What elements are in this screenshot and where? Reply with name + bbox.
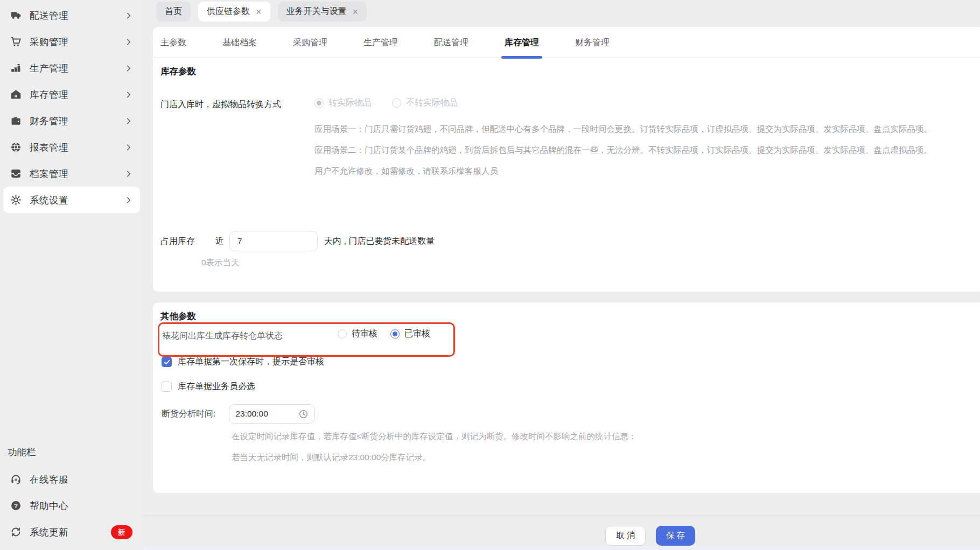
no-modify-note: 用户不允许修改，如需修改，请联系乐檬客服人员 — [314, 163, 979, 179]
param-tab-delivery[interactable]: 配送管理 — [434, 27, 468, 58]
clock-icon[interactable] — [298, 409, 309, 419]
occupy-inventory-row: 占用库存 近 天内 , 门店已要货未配送数量 — [160, 230, 435, 252]
checkbox-unchecked-icon[interactable] — [162, 382, 172, 392]
help-icon: ? — [10, 500, 22, 512]
cancel-button[interactable]: 取 消 — [605, 526, 646, 546]
radio-option-pending-review[interactable]: 待审核 — [338, 328, 377, 340]
scenario-description: 应用场景一：门店只需订货鸡翅，不问品牌，但配送中心有多个品牌，一段时间会更换。订… — [314, 121, 979, 184]
checkbox-row-first-save-prompt[interactable]: 库存单据第一次保存时，提示是否审核 — [162, 356, 324, 368]
transfer-order-status-radio-group: 待审核 已审核 — [338, 328, 430, 340]
function-bar-label: 功能栏 — [8, 446, 36, 459]
refresh-icon — [10, 526, 22, 538]
sidebar-item-archives[interactable]: 档案管理 — [3, 160, 140, 187]
sidebar-nav: 配送管理 采购管理 生产管理 库存管理 — [0, 2, 143, 213]
stockout-time-input[interactable] — [235, 409, 298, 419]
radio-selected-disabled-icon — [314, 98, 324, 108]
radio-label: 已审核 — [404, 328, 430, 340]
occupy-days-prefix: 近 — [215, 236, 224, 247]
scenario-1-text: 应用场景一：门店只需订货鸡翅，不问品牌，但配送中心有多个品牌，一段时间会更换。订… — [314, 121, 979, 137]
tab-label: 供应链参数 — [207, 6, 250, 17]
transfer-order-status-label: 裱花间出库生成库存转仓单状态 — [162, 330, 283, 342]
action-footer: 取 消 保 存 — [143, 516, 980, 546]
sidebar-item-finance[interactable]: 财务管理 — [3, 108, 140, 134]
stockout-analysis-time-row: 断货分析时间: — [162, 404, 315, 424]
occupy-days-suffix: 天内 , 门店已要货未配送数量 — [324, 236, 435, 247]
virtual-item-radio-group: 转实际物品 不转实际物品 — [314, 97, 458, 109]
radio-option-reviewed[interactable]: 已审核 — [390, 328, 430, 340]
checkbox-row-salesman-required[interactable]: 库存单据业务员必选 — [162, 381, 255, 392]
param-tab-purchase[interactable]: 采购管理 — [293, 27, 327, 58]
sidebar-item-label: 库存管理 — [30, 88, 125, 101]
param-tab-main[interactable]: 主参数 — [160, 27, 186, 58]
sidebar-item-inventory[interactable]: 库存管理 — [3, 81, 140, 108]
sidebar-item-label: 在线客服 — [30, 473, 132, 486]
stockout-helper-2: 若当天无记录时间，则默认记录23:00:00分库存记录。 — [232, 452, 431, 463]
tab-home[interactable]: 首页 — [156, 2, 191, 22]
chevron-right-icon — [125, 65, 132, 72]
archive-icon — [10, 168, 22, 180]
param-category-tabs: 主参数 基础档案 采购管理 生产管理 配送管理 库存管理 财务管理 — [153, 27, 980, 58]
radio-label: 转实际物品 — [328, 97, 372, 109]
close-icon[interactable]: × — [256, 7, 262, 17]
checkbox-checked-icon[interactable] — [162, 357, 172, 367]
occupy-helper-text: 0表示当天 — [201, 257, 240, 269]
cart-icon — [10, 36, 22, 48]
param-tab-finance[interactable]: 财务管理 — [575, 27, 610, 58]
sidebar: 配送管理 采购管理 生产管理 库存管理 — [0, 0, 143, 550]
param-tab-production[interactable]: 生产管理 — [363, 27, 398, 58]
sidebar-item-settings[interactable]: 系统设置 — [3, 187, 140, 213]
sidebar-item-online-service[interactable]: 在线客服 — [3, 466, 140, 492]
sidebar-item-reports[interactable]: 报表管理 — [3, 134, 140, 160]
wallet-icon — [10, 115, 22, 127]
truck-icon — [10, 10, 22, 22]
production-icon — [10, 62, 22, 74]
sidebar-item-label: 帮助中心 — [30, 499, 132, 512]
sidebar-item-label: 采购管理 — [30, 36, 125, 48]
sidebar-item-label: 报表管理 — [30, 141, 125, 154]
radio-selected-icon[interactable] — [390, 329, 400, 339]
occupy-days-input[interactable] — [229, 231, 318, 251]
chevron-right-icon — [125, 12, 132, 19]
sidebar-item-production[interactable]: 生产管理 — [3, 55, 140, 81]
sidebar-item-purchase[interactable]: 采购管理 — [3, 29, 140, 55]
radio-label: 待审核 — [352, 328, 377, 340]
stockout-time-picker[interactable] — [229, 404, 315, 424]
param-tab-basic-archives[interactable]: 基础档案 — [222, 27, 257, 58]
bottom-strip — [143, 546, 980, 550]
svg-text:?: ? — [13, 502, 17, 510]
section-title-other: 其他参数 — [160, 311, 196, 322]
sidebar-footer: 在线客服 ? 帮助中心 系统更新 新 — [0, 466, 143, 545]
sidebar-item-label: 财务管理 — [30, 115, 125, 128]
chevron-right-icon — [125, 91, 132, 98]
radio-option-no-convert-actual: 不转实际物品 — [392, 97, 458, 109]
stockout-time-label: 断货分析时间: — [162, 408, 215, 420]
tab-label: 首页 — [165, 6, 182, 17]
sidebar-item-label: 配送管理 — [30, 9, 125, 22]
sidebar-item-system-update[interactable]: 系统更新 新 — [3, 519, 140, 545]
other-params-panel: 其他参数 裱花间出库生成库存转仓单状态 待审核 已审核 库存单据第一次保存时，提… — [153, 302, 980, 493]
sidebar-item-label: 档案管理 — [30, 167, 125, 180]
sidebar-item-help-center[interactable]: ? 帮助中心 — [3, 492, 140, 519]
chevron-right-icon — [125, 196, 132, 204]
inventory-params-panel: 主参数 基础档案 采购管理 生产管理 配送管理 库存管理 财务管理 库存参数 门… — [153, 27, 980, 292]
sidebar-item-label: 系统更新 — [30, 526, 104, 539]
sidebar-item-delivery[interactable]: 配送管理 — [3, 2, 140, 29]
chevron-right-icon — [125, 38, 132, 46]
section-title-inventory: 库存参数 — [160, 66, 196, 77]
globe-icon — [10, 142, 22, 153]
sidebar-item-label: 系统设置 — [30, 194, 125, 207]
open-page-tabs: 首页 供应链参数 × 业务开关与设置 × — [156, 2, 367, 22]
close-icon[interactable]: × — [353, 7, 359, 17]
param-tab-inventory[interactable]: 库存管理 — [505, 27, 539, 58]
radio-unselected-icon[interactable] — [338, 329, 347, 339]
new-badge: 新 — [111, 525, 133, 539]
gear-icon — [10, 194, 22, 206]
save-button[interactable]: 保 存 — [656, 526, 695, 546]
checkbox-label: 库存单据第一次保存时，提示是否审核 — [178, 356, 324, 368]
chevron-right-icon — [125, 117, 132, 125]
warehouse-icon — [10, 89, 22, 101]
tab-business-switch-settings[interactable]: 业务开关与设置 × — [278, 2, 367, 22]
virtual-item-conversion-label: 门店入库时，虚拟物品转换方式 — [160, 99, 281, 110]
tab-supply-chain-params[interactable]: 供应链参数 × — [198, 2, 270, 22]
headset-icon — [10, 474, 22, 485]
